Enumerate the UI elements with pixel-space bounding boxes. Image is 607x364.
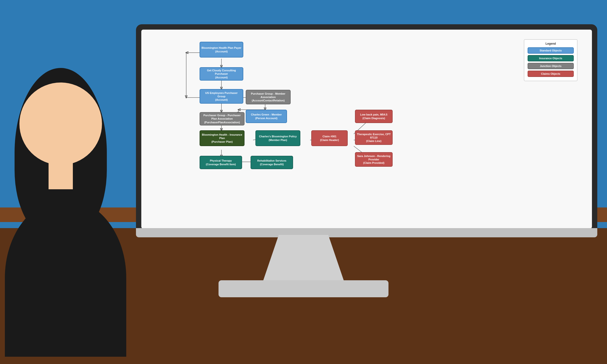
person-head	[19, 82, 102, 165]
legend-box: Legend Standard Objects Insurance Object…	[524, 39, 577, 81]
node-us-employees: US Employees Purchaser Group(Account)	[199, 89, 243, 104]
node-coverage-benefit-item: Physical Therapy(Coverage Benefit Item)	[199, 156, 242, 169]
node-bloomington-payer: Bloomington Health Plan Payer(Account)	[199, 42, 243, 57]
node-claim-diagnosis: Low back pain, M54.5(Claim Diagnosis)	[355, 110, 393, 123]
node-claim-provider: Sara Johnson - Rendering Provider(Claim …	[355, 152, 393, 167]
node-claim-line: Therapeutic Exercise, CPT 97110(Claim Li…	[355, 130, 393, 145]
legend-claims: Claims Objects	[528, 71, 574, 77]
person-neck	[49, 160, 73, 189]
node-coverage-benefit: Rehabilitative Services(Coverage Benefit…	[251, 156, 293, 169]
node-plan-association: Purchaser Group - Purchaser Plan Associa…	[199, 112, 245, 125]
person-body	[5, 199, 126, 357]
node-get-cloudy: Get Cloudy Consulting Purchaser(Account)	[199, 67, 243, 80]
monitor-frame: Bloomington Health Plan Payer(Account) G…	[136, 24, 597, 235]
node-member-plan: Charles's Bloomington Policy(Member Plan…	[255, 130, 300, 146]
monitor-screen: Bloomington Health Plan Payer(Account) G…	[141, 30, 592, 229]
node-insurance-plan: Bloomington Health - Insurance Plan(Purc…	[199, 130, 245, 146]
legend-junction: Junction Objects	[528, 63, 574, 69]
monitor-bezel	[136, 228, 597, 237]
legend-insurance: Insurance Objects	[528, 55, 574, 61]
legend-title: Legend	[528, 42, 574, 45]
monitor-base	[219, 280, 388, 297]
legend-standard: Standard Objects	[528, 47, 574, 54]
node-charles-green: Charles Green - Member(Person Account)	[246, 110, 287, 123]
node-claim-header: Claim #001(Claim Header)	[311, 130, 348, 146]
node-member-association: Purchaser Group - Member Association(Acc…	[246, 90, 291, 104]
